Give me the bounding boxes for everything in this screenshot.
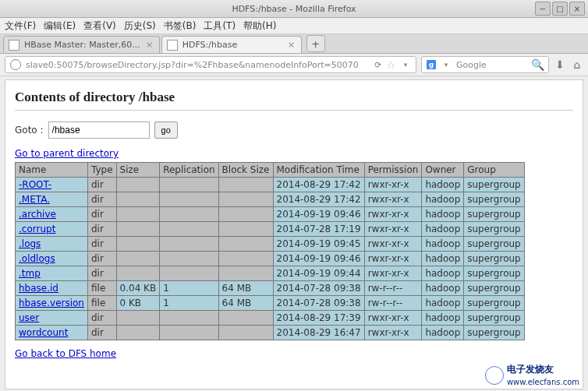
tab-close-icon[interactable]: × — [287, 41, 296, 50]
cell-replication — [160, 311, 218, 326]
cell-group: supergroup — [464, 296, 524, 311]
entry-name-link[interactable]: hbase.id — [19, 283, 58, 294]
table-row: .corruptdir2014-07-28 17:19rwxr-xr-xhado… — [16, 222, 525, 237]
bookmark-star-icon[interactable]: ☆ — [386, 59, 395, 71]
cell-replication — [160, 178, 218, 192]
window-minimize-button[interactable]: − — [535, 2, 551, 16]
cell-size: 0 KB — [116, 296, 160, 311]
page-icon — [167, 40, 178, 51]
col-size: Size — [116, 163, 160, 178]
cell-mtime: 2014-09-19 09:46 — [273, 207, 364, 222]
parent-directory-link[interactable]: Go to parent directory — [15, 148, 119, 159]
tab-hbase-master[interactable]: HBase Master: Master,60... × — [3, 36, 160, 53]
watermark-brand: 电子发烧友 — [507, 364, 554, 375]
cell-owner: hadoop — [422, 237, 464, 252]
tab-hdfs-hbase[interactable]: HDFS:/hbase × — [161, 36, 302, 53]
goto-path-input[interactable] — [48, 122, 150, 139]
window-close-button[interactable]: × — [569, 2, 585, 16]
cell-size — [116, 207, 160, 222]
cell-name: .corrupt — [16, 222, 88, 237]
table-row: .oldlogsdir2014-09-19 09:46rwxr-xr-xhado… — [16, 252, 525, 266]
watermark-url: www.elecfans.com — [507, 378, 579, 386]
menu-edit[interactable]: 编辑(E) — [44, 19, 76, 33]
cell-name: .oldlogs — [16, 252, 88, 266]
url-dropdown-icon[interactable]: ▾ — [400, 59, 411, 70]
cell-type: dir — [87, 326, 116, 340]
cell-name: -ROOT- — [16, 178, 88, 192]
cell-size — [116, 222, 160, 237]
menu-tools[interactable]: 工具(T) — [204, 19, 236, 33]
reload-icon[interactable]: ⟳ — [374, 60, 381, 70]
globe-icon — [10, 59, 21, 70]
cell-name: .META. — [16, 192, 88, 207]
col-block-size: Block Size — [218, 163, 273, 178]
entry-name-link[interactable]: .logs — [19, 238, 41, 249]
new-tab-button[interactable]: + — [306, 35, 325, 52]
search-engine-dropdown-icon[interactable]: ▾ — [441, 59, 452, 70]
menu-bar: 文件(F) 编辑(E) 查看(V) 历史(S) 书签(B) 工具(T) 帮助(H… — [0, 18, 588, 34]
table-row: userdir2014-08-29 17:39rwxr-xr-xhadoopsu… — [16, 311, 525, 326]
cell-type: dir — [87, 207, 116, 222]
entry-name-link[interactable]: .archive — [19, 209, 56, 220]
cell-replication — [160, 222, 218, 237]
cell-permission: rwxr-xr-x — [364, 311, 422, 326]
col-type: Type — [87, 163, 116, 178]
cell-group: supergroup — [464, 192, 524, 207]
cell-type: dir — [87, 222, 116, 237]
cell-block-size — [218, 192, 273, 207]
go-button[interactable]: go — [154, 122, 178, 139]
downloads-icon[interactable]: ⬇ — [554, 58, 566, 71]
menu-view[interactable]: 查看(V) — [83, 19, 116, 33]
cell-mtime: 2014-07-28 09:38 — [273, 281, 364, 296]
cell-type: dir — [87, 311, 116, 326]
entry-name-link[interactable]: hbase.version — [19, 298, 84, 308]
cell-replication — [160, 237, 218, 252]
col-mtime: Modification Time — [273, 163, 364, 178]
search-go-icon[interactable]: 🔍 — [531, 58, 544, 71]
cell-mtime: 2014-08-29 17:39 — [273, 311, 364, 326]
table-row: hbase.idfile0.04 KB164 MB2014-07-28 09:3… — [16, 281, 525, 296]
cell-type: file — [87, 296, 116, 311]
entry-name-link[interactable]: .META. — [19, 194, 50, 205]
cell-block-size — [218, 252, 273, 266]
tab-close-icon[interactable]: × — [145, 41, 154, 50]
cell-block-size — [218, 237, 273, 252]
entry-name-link[interactable]: user — [19, 312, 39, 323]
search-input[interactable]: g ▾ Google 🔍 — [421, 56, 549, 73]
entry-name-link[interactable]: -ROOT- — [19, 179, 51, 190]
menu-file[interactable]: 文件(F) — [5, 19, 36, 33]
col-owner: Owner — [422, 163, 464, 178]
cell-name: wordcount — [16, 326, 88, 340]
menu-history[interactable]: 历史(S) — [124, 19, 156, 33]
cell-permission: rw-r--r-- — [364, 296, 422, 311]
menu-help[interactable]: 帮助(H) — [243, 19, 276, 33]
cell-name: .logs — [16, 237, 88, 252]
table-row: .archivedir2014-09-19 09:46rwxr-xr-xhado… — [16, 207, 525, 222]
tab-label: HBase Master: Master,60... — [24, 40, 140, 50]
cell-size — [116, 252, 160, 266]
window-controls: − □ × — [535, 2, 585, 16]
window-titlebar: HDFS:/hbase - Mozilla Firefox − □ × — [0, 0, 588, 18]
cell-mtime: 2014-08-29 16:47 — [273, 326, 364, 340]
cell-name: hbase.id — [16, 281, 88, 296]
cell-owner: hadoop — [422, 311, 464, 326]
url-input[interactable]: slave0:50075/browseDirectory.jsp?dir=%2F… — [5, 56, 416, 73]
cell-block-size: 64 MB — [218, 296, 273, 311]
page-icon — [9, 40, 19, 51]
home-icon[interactable]: ⌂ — [571, 58, 583, 71]
window-maximize-button[interactable]: □ — [552, 2, 568, 16]
url-text: slave0:50075/browseDirectory.jsp?dir=%2F… — [26, 60, 370, 70]
cell-group: supergroup — [464, 252, 524, 266]
cell-mtime: 2014-09-19 09:46 — [273, 252, 364, 266]
cell-permission: rwxr-xr-x — [364, 222, 422, 237]
cell-owner: hadoop — [422, 178, 464, 192]
entry-name-link[interactable]: wordcount — [19, 327, 68, 338]
table-row: -ROOT-dir2014-08-29 17:42rwxr-xr-xhadoop… — [16, 178, 525, 192]
dfs-home-link[interactable]: Go back to DFS home — [15, 348, 116, 359]
entry-name-link[interactable]: .corrupt — [19, 224, 55, 234]
entry-name-link[interactable]: .tmp — [19, 268, 41, 279]
cell-size — [116, 237, 160, 252]
cell-group: supergroup — [464, 266, 524, 281]
entry-name-link[interactable]: .oldlogs — [19, 253, 55, 264]
menu-bookmarks[interactable]: 书签(B) — [164, 19, 197, 33]
